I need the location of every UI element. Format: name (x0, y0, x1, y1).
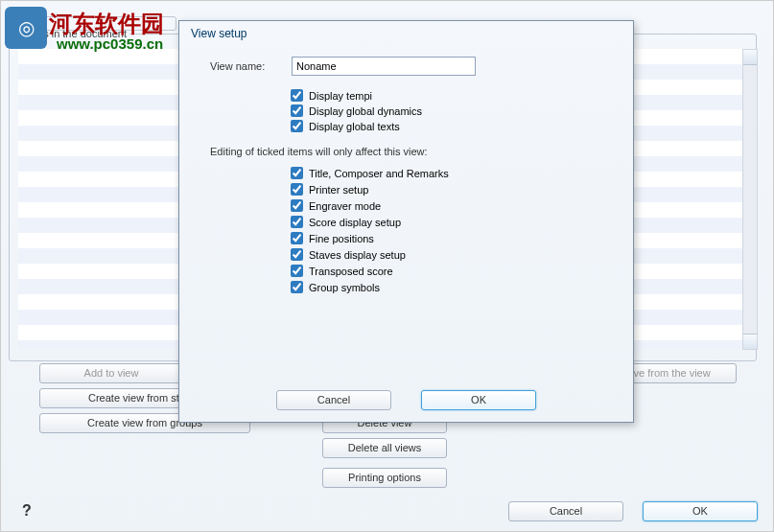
help-icon[interactable]: ? (22, 502, 32, 520)
delete-all-views-button[interactable]: Delete all views (322, 438, 447, 458)
transposed-score-checkbox[interactable] (291, 265, 303, 277)
dialog-title: View setup (179, 21, 633, 43)
staves-legend: Staves in the document (13, 28, 129, 39)
group-symbols-label: Group symbols (309, 282, 380, 293)
display-global-dynamics-checkbox[interactable] (291, 104, 303, 117)
add-to-view-button[interactable]: Add to view (39, 363, 183, 383)
display-tempi-label: Display tempi (309, 90, 372, 102)
modal-cancel-button[interactable]: Cancel (276, 390, 391, 410)
views-legend: Views (13, 11, 47, 22)
title-composer-label: Title, Composer and Remarks (309, 168, 449, 179)
scroll-down-icon[interactable] (743, 334, 757, 349)
engraver-mode-checkbox[interactable] (291, 199, 303, 212)
staves-display-label: Staves display setup (309, 249, 406, 261)
list-scrollbar[interactable] (742, 49, 758, 350)
display-global-texts-label: Display global texts (309, 121, 400, 132)
modal-ok-button[interactable]: OK (421, 390, 536, 410)
fine-positions-checkbox[interactable] (291, 232, 303, 244)
staves-display-checkbox[interactable] (291, 248, 303, 261)
display-tempi-checkbox[interactable] (291, 89, 303, 102)
title-composer-checkbox[interactable] (291, 167, 303, 179)
score-display-checkbox[interactable] (291, 216, 303, 228)
bg-cancel-button[interactable]: Cancel (508, 501, 623, 521)
scroll-up-icon[interactable] (743, 50, 757, 65)
fine-positions-label: Fine positions (309, 233, 374, 244)
group-symbols-checkbox[interactable] (291, 281, 303, 293)
score-display-label: Score display setup (309, 217, 401, 228)
editing-section-label: Editing of ticked items will only affect… (210, 146, 618, 157)
engraver-mode-label: Engraver mode (309, 200, 381, 212)
view-name-label: View name: (210, 60, 292, 72)
bg-ok-button[interactable]: OK (643, 501, 758, 521)
display-global-texts-checkbox[interactable] (291, 120, 303, 132)
view-setup-dialog: View setup View name: Display tempi Disp… (178, 20, 634, 423)
printer-setup-checkbox[interactable] (291, 183, 303, 196)
printing-options-button[interactable]: Printing options (322, 468, 447, 488)
view-name-input[interactable] (292, 57, 476, 76)
display-global-dynamics-label: Display global dynamics (309, 105, 422, 117)
printer-setup-label: Printer setup (309, 184, 368, 196)
transposed-score-label: Transposed score (309, 266, 393, 277)
